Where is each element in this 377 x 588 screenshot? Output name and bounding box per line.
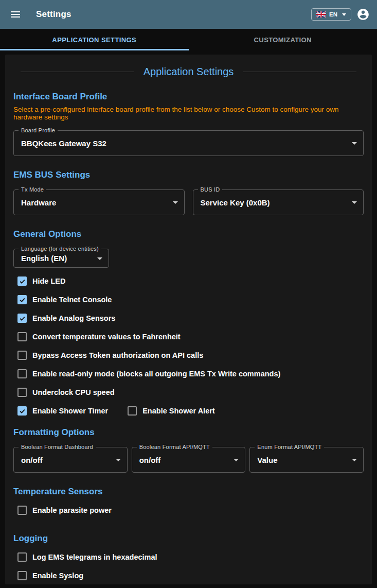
dropdown-arrow-icon: [97, 257, 102, 260]
checkbox-enable-parasite-power[interactable]: Enable parasite power: [13, 501, 364, 520]
boolean-format-api-value: on/off: [139, 456, 161, 464]
hamburger-menu-icon[interactable]: [7, 6, 24, 23]
tx-mode-label: Tx Mode: [19, 186, 46, 193]
checkbox-enable-telnet-console[interactable]: Enable Telnet Console: [13, 290, 364, 309]
checkbox[interactable]: [17, 506, 27, 515]
tab-customization[interactable]: CUSTOMIZATION: [189, 29, 377, 50]
checkbox-enable-syslog[interactable]: Enable Syslog: [13, 566, 364, 585]
checkbox[interactable]: [17, 314, 27, 323]
settings-card: Application Settings Interface Board Pro…: [5, 55, 372, 584]
app-bar: Settings EN: [0, 0, 377, 29]
checkbox-underclock-cpu[interactable]: Underclock CPU speed: [13, 383, 364, 402]
bus-id-value: Service Key (0x0B): [201, 198, 270, 207]
section-general-options: General Options: [13, 229, 364, 239]
checkbox[interactable]: [17, 295, 27, 304]
checkbox-convert-fahrenheit[interactable]: Convert temperature values to Fahrenheit: [13, 327, 364, 346]
checkbox[interactable]: [17, 276, 27, 286]
section-formatting-options: Formatting Options: [13, 427, 364, 438]
general-options-checkbox-list: Hide LED Enable Telnet Console Enable An…: [13, 272, 364, 420]
language-label: EN: [329, 11, 337, 18]
boolean-format-dashboard-select[interactable]: Boolean Format Dashboard on/off: [13, 447, 128, 473]
enum-format-api-value: Value: [257, 456, 277, 464]
boolean-format-dashboard-value: on/off: [21, 456, 43, 464]
checkbox-enable-shower-timer[interactable]: Enable Shower Timer: [13, 406, 108, 416]
section-interface-board-profile: Interface Board Profile: [13, 92, 364, 102]
language-entities-label: Language (for device entities): [19, 246, 101, 252]
checkbox[interactable]: [128, 406, 137, 416]
checkbox[interactable]: [17, 388, 27, 397]
page-header-title: Settings: [36, 9, 71, 20]
language-selector-button[interactable]: EN: [311, 8, 351, 21]
board-profile-label: Board Profile: [19, 127, 58, 133]
checkbox-read-only-mode[interactable]: Enable read-only mode (blocks all outgoi…: [13, 365, 364, 383]
checkbox-enable-analog-sensors[interactable]: Enable Analog Sensors: [13, 309, 364, 327]
boolean-format-api-select[interactable]: Boolean Format API/MQTT on/off: [132, 447, 246, 473]
board-profile-description: Select a pre-configured interface board …: [13, 106, 364, 121]
section-temperature-sensors: Temperature Sensors: [13, 487, 364, 497]
dropdown-arrow-icon: [352, 201, 357, 204]
checkbox[interactable]: [17, 351, 27, 360]
page-title-divider: Application Settings: [21, 66, 356, 78]
tab-bar: APPLICATION SETTINGS CUSTOMIZATION: [0, 29, 377, 50]
shower-options-row: Enable Shower Timer Enable Shower Alert: [13, 402, 364, 420]
section-logging: Logging: [13, 533, 364, 544]
enum-format-api-label: Enum Format API/MQTT: [255, 444, 324, 450]
checkbox-enable-shower-alert[interactable]: Enable Shower Alert: [123, 406, 214, 416]
language-entities-value: English (EN): [21, 254, 67, 263]
tab-application-settings[interactable]: APPLICATION SETTINGS: [0, 29, 189, 50]
bus-id-select[interactable]: BUS ID Service Key (0x0B): [193, 189, 364, 215]
checkbox-log-ems-hex[interactable]: Log EMS telegrams in hexadecimal: [13, 548, 364, 566]
section-ems-bus-settings: EMS BUS Settings: [13, 170, 364, 180]
account-avatar-icon[interactable]: [356, 8, 370, 21]
checkbox[interactable]: [17, 332, 27, 341]
boolean-format-api-label: Boolean Format API/MQTT: [137, 444, 212, 450]
boolean-format-dashboard-label: Boolean Format Dashboard: [19, 444, 96, 450]
checkbox[interactable]: [17, 552, 27, 562]
chevron-down-icon: [342, 13, 346, 16]
checkbox-bypass-access-token[interactable]: Bypass Access Token authorization on API…: [13, 346, 364, 365]
dropdown-arrow-icon: [173, 201, 178, 204]
page-title: Application Settings: [134, 66, 243, 78]
checkbox[interactable]: [17, 406, 27, 416]
board-profile-value: BBQKees Gateway S32: [21, 139, 106, 148]
enum-format-api-select[interactable]: Enum Format API/MQTT Value: [249, 447, 364, 473]
tx-mode-select[interactable]: Tx Mode Hardware: [13, 189, 185, 215]
dropdown-arrow-icon: [352, 459, 357, 461]
checkbox[interactable]: [17, 369, 27, 378]
tx-mode-value: Hardware: [21, 198, 56, 207]
active-tab-indicator: [0, 49, 189, 50]
checkbox[interactable]: [17, 571, 27, 580]
dropdown-arrow-icon: [352, 142, 357, 145]
dropdown-arrow-icon: [234, 459, 239, 461]
board-profile-select[interactable]: Board Profile BBQKees Gateway S32: [13, 130, 364, 156]
uk-flag-icon: [316, 11, 326, 18]
checkbox-hide-led[interactable]: Hide LED: [13, 272, 364, 290]
bus-id-label: BUS ID: [198, 186, 223, 193]
dropdown-arrow-icon: [116, 459, 121, 461]
language-entities-select[interactable]: Language (for device entities) English (…: [13, 249, 109, 268]
